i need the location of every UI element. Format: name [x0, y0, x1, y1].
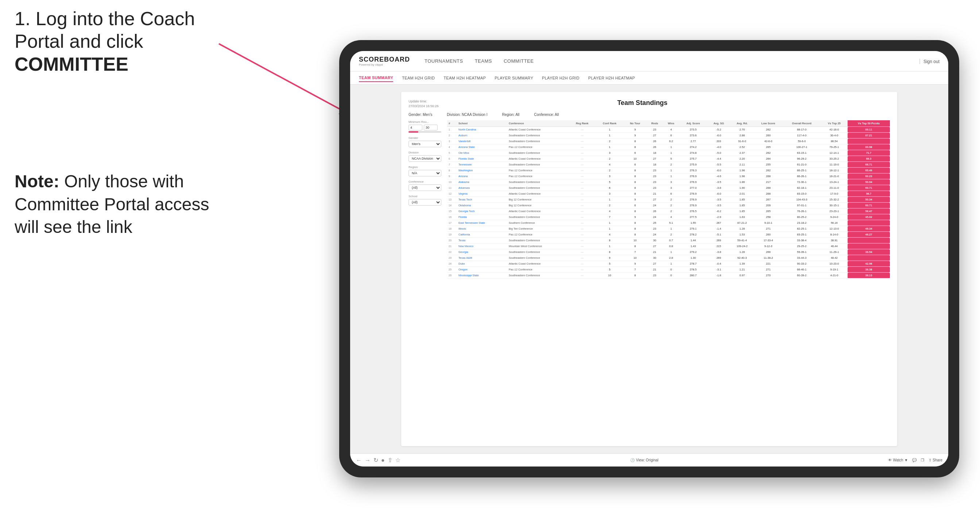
table-cell: 2.77: [679, 138, 707, 144]
division-select[interactable]: NCAA Division I: [409, 155, 441, 162]
reload-button[interactable]: ↻: [374, 457, 378, 464]
table-cell: 18: [646, 150, 663, 156]
table-cell: 4: [447, 144, 457, 150]
content-card: Update time: 27/03/2024 16:56:26 Team St…: [401, 92, 897, 446]
nav-tournaments[interactable]: TOURNAMENTS: [425, 57, 463, 65]
standings-table: # School Conference Reg Rank Conf Rank N…: [447, 120, 890, 278]
table-cell: 9: [624, 133, 646, 138]
table-cell: 4: [596, 208, 624, 214]
table-cell: Southeastern Conference: [508, 273, 569, 278]
table-cell: 83-25-1: [783, 232, 821, 238]
table-cell: 21: [646, 267, 663, 273]
conference-select[interactable]: (All): [409, 184, 441, 191]
table-cell: 6: [596, 185, 624, 191]
back-button[interactable]: ←: [356, 457, 362, 464]
table-cell: 221: [754, 261, 782, 267]
table-cell: 10: [624, 238, 646, 243]
table-cell: —: [569, 156, 596, 162]
table-row: 22GeorgiaSoutheastern Conference—8721127…: [447, 249, 890, 255]
share-button[interactable]: ⇧: [388, 457, 393, 464]
view-original-button[interactable]: View: Original: [636, 458, 659, 462]
subnav-team-h2h-grid[interactable]: TEAM H2H GRID: [402, 75, 435, 82]
col-vs-top50: Vs Top 50 Points: [848, 120, 890, 127]
table-cell: 23: [646, 168, 663, 173]
table-cell: 9: [596, 255, 624, 261]
filter-region: Region N/A: [409, 165, 441, 176]
table-cell: 271: [754, 226, 782, 232]
table-cell: 86-25-1: [783, 168, 821, 173]
table-cell: 30-15-1: [821, 203, 848, 208]
table-cell: 265: [754, 208, 782, 214]
table-cell: 2: [596, 168, 624, 173]
toolbar-center: 🕑 View: Original: [630, 458, 659, 462]
min-rounds-min-input[interactable]: [409, 125, 422, 130]
table-cell: 60.71: [848, 203, 890, 208]
table-cell: 9-12-3: [754, 243, 782, 249]
table-cell: —: [569, 173, 596, 179]
table-cell: 26: [646, 144, 663, 150]
table-cell: 18: [447, 226, 457, 232]
min-rounds-slider[interactable]: [409, 131, 441, 133]
table-cell: 11-38-2: [754, 255, 782, 261]
table-cell: 276.9: [679, 191, 707, 197]
table-cell: 26: [646, 138, 663, 144]
region-select[interactable]: N/A: [409, 170, 441, 176]
table-cell: 38.91: [821, 238, 848, 243]
table-cell: 25: [646, 220, 663, 226]
table-cell: 8: [624, 273, 646, 278]
table-cell: 17-9-0: [821, 191, 848, 197]
table-cell: 7: [624, 249, 646, 255]
table-cell: 3: [447, 138, 457, 144]
watch-button[interactable]: 👁 Watch ▼: [888, 458, 908, 462]
table-cell: 1.98: [730, 173, 754, 179]
table-cell: Southeastern Conference: [508, 138, 569, 144]
expand-icon[interactable]: ❐: [921, 458, 924, 462]
table-cell: 10: [624, 156, 646, 162]
table-cell: 23: [447, 255, 457, 261]
table-cell: —: [569, 208, 596, 214]
table-cell: —: [569, 267, 596, 273]
school-select[interactable]: (All): [409, 199, 441, 206]
table-cell: 1.28: [730, 249, 754, 255]
table-cell: 6: [624, 150, 646, 156]
table-cell: Atlantic Coast Conference: [508, 191, 569, 197]
table-row: 4Arizona StatePac-12 Conference—18261274…: [447, 144, 890, 150]
table-cell: 278.7: [679, 261, 707, 267]
nav-committee[interactable]: COMMITTEE: [504, 57, 534, 65]
comment-icon[interactable]: 💬: [912, 458, 916, 462]
table-cell: 60.71: [848, 185, 890, 191]
table-row: 7TennesseeSoutheastern Conference—461822…: [447, 162, 890, 168]
table-cell: Florida State: [457, 156, 508, 162]
table-cell: 59-41-4: [730, 238, 754, 243]
table-cell: -6.0: [707, 133, 730, 138]
subnav-team-h2h-heatmap[interactable]: TEAM H2H HEATMAP: [444, 75, 486, 82]
home-button[interactable]: ●: [381, 457, 385, 464]
subnav-player-h2h-heatmap[interactable]: PLAYER H2H HEATMAP: [588, 75, 635, 82]
subnav-player-h2h-grid[interactable]: PLAYER H2H GRID: [542, 75, 579, 82]
col-school: School: [457, 120, 508, 127]
sign-out-button[interactable]: Sign out: [923, 59, 940, 64]
table-cell: 0.8: [663, 243, 679, 249]
table-cell: Big Ten Conference: [508, 226, 569, 232]
table-cell: 4: [663, 127, 679, 133]
scoreboard-logo: SCOREBOARD Powered by clippd: [359, 56, 410, 66]
table-cell: —: [569, 273, 596, 278]
bookmark-button[interactable]: ☆: [395, 457, 401, 464]
min-rounds-max-input[interactable]: [424, 125, 438, 130]
table-cell: 217: [754, 179, 782, 185]
table-cell: 279.2: [679, 249, 707, 255]
table-cell: 1: [663, 168, 679, 173]
table-cell: 80.98: [848, 144, 890, 150]
subnav-team-summary[interactable]: TEAM SUMMARY: [359, 74, 393, 82]
forward-button[interactable]: →: [365, 457, 371, 464]
table-cell: 21: [447, 243, 457, 249]
table-cell: 8: [624, 232, 646, 238]
table-cell: 276.9: [679, 179, 707, 185]
table-cell: 7: [447, 162, 457, 168]
nav-teams[interactable]: TEAMS: [475, 57, 492, 65]
share-action-button[interactable]: ⇧ Share: [929, 458, 942, 462]
table-cell: -1.8: [707, 273, 730, 278]
subnav-player-summary[interactable]: PLAYER SUMMARY: [495, 75, 533, 82]
region-filter-display: Region: All: [502, 113, 519, 117]
gender-select[interactable]: Men's Women's: [409, 141, 441, 147]
